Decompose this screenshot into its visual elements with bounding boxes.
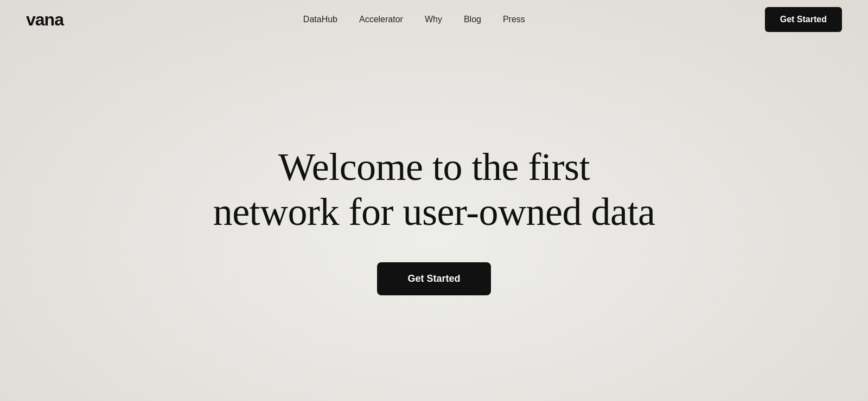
hero-section: Welcome to the first network for user-ow… xyxy=(0,39,868,401)
nav-get-started-button[interactable]: Get Started xyxy=(765,7,842,32)
nav-item-blog[interactable]: Blog xyxy=(464,15,481,24)
hero-get-started-button[interactable]: Get Started xyxy=(377,262,490,295)
nav-item-accelerator[interactable]: Accelerator xyxy=(359,15,403,24)
nav-item-datahub[interactable]: DataHub xyxy=(303,15,337,24)
hero-title: Welcome to the first network for user-ow… xyxy=(213,145,655,235)
nav-link-datahub[interactable]: DataHub xyxy=(303,15,337,24)
logo: vana xyxy=(26,10,63,30)
hero-title-line2: network for user-owned data xyxy=(213,190,655,234)
logo-text: vana xyxy=(26,10,63,29)
nav-item-why[interactable]: Why xyxy=(425,15,442,24)
nav-link-press[interactable]: Press xyxy=(503,15,525,24)
hero-title-line1: Welcome to the first xyxy=(278,145,590,189)
navbar: vana DataHub Accelerator Why Blog Press … xyxy=(0,0,868,39)
nav-link-blog[interactable]: Blog xyxy=(464,15,481,24)
nav-link-why[interactable]: Why xyxy=(425,15,442,24)
nav-links: DataHub Accelerator Why Blog Press xyxy=(303,15,525,24)
nav-link-accelerator[interactable]: Accelerator xyxy=(359,15,403,24)
nav-item-press[interactable]: Press xyxy=(503,15,525,24)
